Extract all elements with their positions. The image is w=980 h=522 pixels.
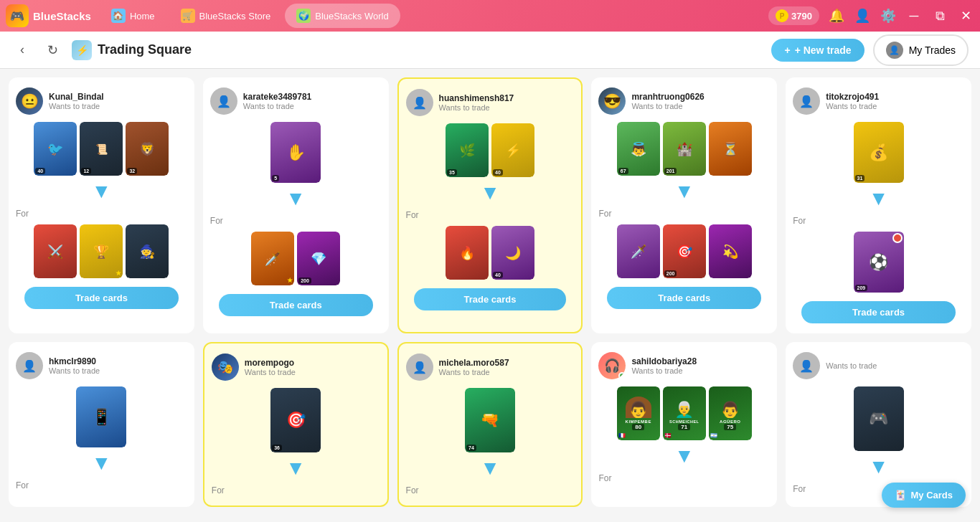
- wants-label-7: Wants to trade: [245, 368, 296, 376]
- card-item: 📱: [76, 386, 126, 447]
- trading-square-icon: ⚡: [72, 40, 92, 60]
- card-item: 🏰 201: [663, 122, 706, 176]
- wants-label-8: Wants to trade: [439, 368, 509, 376]
- user-info-3: huanshimensh817 Wants to trade: [439, 93, 514, 112]
- avatar-9: 🎧: [598, 352, 626, 379]
- trade-card-9: 🎧 sahildobariya28 Wants to trade 👨: [591, 342, 777, 507]
- card-item: 🎯 36: [270, 388, 321, 452]
- username-7: morempogo: [245, 358, 296, 368]
- avatar-5: 👤: [793, 87, 820, 115]
- card-item: 🌙 40: [491, 226, 534, 280]
- tab-world[interactable]: 🌍 BlueStacks World: [285, 4, 400, 28]
- avatar-2: 👤: [210, 87, 237, 115]
- for-label-1: For: [16, 209, 29, 219]
- for-label-3: For: [406, 210, 419, 220]
- username-4: mranhtruong0626: [631, 92, 704, 102]
- tab-store[interactable]: 🛒 BlueStacks Store: [169, 4, 283, 28]
- my-trades-avatar: 👤: [886, 42, 903, 59]
- offering-cards-2: ✋ 5: [270, 122, 321, 183]
- trade-cards-button-2[interactable]: Trade cards: [219, 294, 373, 316]
- card-item: ⚔️: [34, 224, 77, 278]
- logo-icon: 🎮: [6, 4, 29, 27]
- for-label-7: For: [212, 485, 225, 495]
- avatar-4: 😎: [598, 87, 626, 115]
- username-6: hkmclr9890: [49, 356, 100, 366]
- user-header-7: 🎭 morempogo Wants to trade: [212, 353, 380, 381]
- tab-home[interactable]: 🏠 Home: [100, 4, 166, 28]
- for-label-9: For: [598, 473, 611, 483]
- tab-store-label: BlueStacks Store: [199, 11, 271, 22]
- card-item: 👼 67: [617, 122, 660, 176]
- card-item: 🎮: [854, 386, 904, 451]
- user-header-5: 👤 titokzrojo491 Wants to trade: [793, 87, 964, 115]
- wants-label-4: Wants to trade: [631, 102, 704, 110]
- refresh-button[interactable]: ↻: [42, 39, 63, 61]
- trade-card-1: 😐 Kunal_Bindal Wants to trade 🐦 40: [9, 77, 194, 333]
- user-info-7: morempogo Wants to trade: [245, 358, 296, 376]
- avatar-10: 👤: [793, 352, 820, 379]
- bell-icon[interactable]: 🔔: [828, 7, 845, 24]
- trade-cards-button-4[interactable]: Trade cards: [607, 287, 761, 309]
- arrow-down-2: ▼: [286, 189, 306, 209]
- offering-cards-3: 🌿 35 ⚡ 40: [446, 123, 534, 177]
- my-trades-button[interactable]: 👤 My Trades: [873, 34, 969, 66]
- minimize-icon[interactable]: ─: [905, 7, 923, 24]
- tab-world-label: BlueStacks World: [315, 11, 388, 22]
- card-item: 📜 12: [80, 122, 123, 176]
- user-info-10: Wants to trade: [826, 361, 877, 370]
- offering-cards-8: 🔫 74: [465, 388, 515, 452]
- avatar-icon[interactable]: 👤: [854, 7, 871, 24]
- for-label-6: For: [16, 480, 29, 490]
- my-trades-label: My Trades: [909, 44, 956, 56]
- home-tab-icon: 🏠: [111, 9, 126, 23]
- card-item: 👨 AGÜERO 75 🇦🇷: [709, 386, 752, 440]
- my-cards-button[interactable]: 🃏 My Cards: [882, 483, 966, 508]
- card-item: ⚽ 209: [854, 232, 904, 293]
- trade-cards-button-1[interactable]: Trade cards: [24, 287, 179, 309]
- coins-value: 3790: [791, 11, 812, 22]
- tab-home-label: Home: [130, 11, 155, 22]
- page-title-area: ⚡ Trading Square: [72, 40, 763, 60]
- new-trade-button[interactable]: + + New trade: [771, 39, 864, 62]
- user-header-4: 😎 mranhtruong0626 Wants to trade: [598, 87, 770, 115]
- main-content: 😐 Kunal_Bindal Wants to trade 🐦 40: [0, 69, 980, 522]
- card-item: 🗡️: [617, 224, 660, 278]
- store-tab-icon: 🛒: [181, 9, 195, 23]
- card-item: 💰 31: [854, 122, 904, 183]
- page-title: Trading Square: [98, 42, 192, 57]
- avatar-3: 👤: [406, 89, 433, 116]
- trade-cards-button-5[interactable]: Trade cards: [801, 301, 956, 323]
- wants-label-5: Wants to trade: [826, 102, 879, 110]
- card-item: 👨‍🦳 SCHMEICHEL 71 🇩🇰: [663, 386, 706, 440]
- card-item: 🧙: [126, 224, 169, 278]
- user-header-10: 👤 Wants to trade: [793, 352, 964, 379]
- back-button[interactable]: ‹: [11, 39, 33, 61]
- arrow-down-5: ▼: [869, 189, 889, 209]
- arrow-down-4: ▼: [674, 181, 694, 201]
- trade-cards-button-3[interactable]: Trade cards: [414, 288, 565, 310]
- new-trade-label: + New trade: [795, 44, 852, 56]
- user-info-1: Kunal_Bindal Wants to trade: [49, 92, 104, 110]
- trade-card-6: 👤 hkmclr9890 Wants to trade 📱 ▼ For: [9, 342, 194, 507]
- arrow-down-9: ▼: [674, 446, 694, 466]
- card-item: 💫: [709, 224, 752, 278]
- arrow-down-6: ▼: [92, 453, 112, 473]
- new-trade-icon: +: [784, 44, 790, 56]
- settings-icon[interactable]: ⚙️: [880, 7, 897, 24]
- card-item: 🔫 74: [465, 388, 515, 452]
- for-label-5: For: [793, 216, 806, 226]
- user-info-5: titokzrojo491 Wants to trade: [826, 92, 879, 110]
- card-item: 🗡️ ★: [251, 232, 294, 285]
- for-label-10: For: [793, 484, 806, 494]
- card-item: 🔥: [446, 226, 489, 280]
- app-name: BlueStacks: [33, 10, 91, 22]
- offering-cards-4: 👼 67 🏰 201 ⏳: [617, 122, 752, 176]
- offering-cards-10: 🎮: [854, 386, 904, 451]
- arrow-down-8: ▼: [480, 458, 500, 478]
- restore-icon[interactable]: ⧉: [931, 7, 948, 24]
- card-item: 🐦 40: [34, 122, 77, 176]
- trade-card-4: 😎 mranhtruong0626 Wants to trade 👼 67 🏰: [591, 77, 777, 333]
- close-icon[interactable]: ✕: [957, 7, 974, 24]
- my-cards-icon: 🃏: [895, 490, 906, 500]
- username-5: titokzrojo491: [826, 92, 879, 102]
